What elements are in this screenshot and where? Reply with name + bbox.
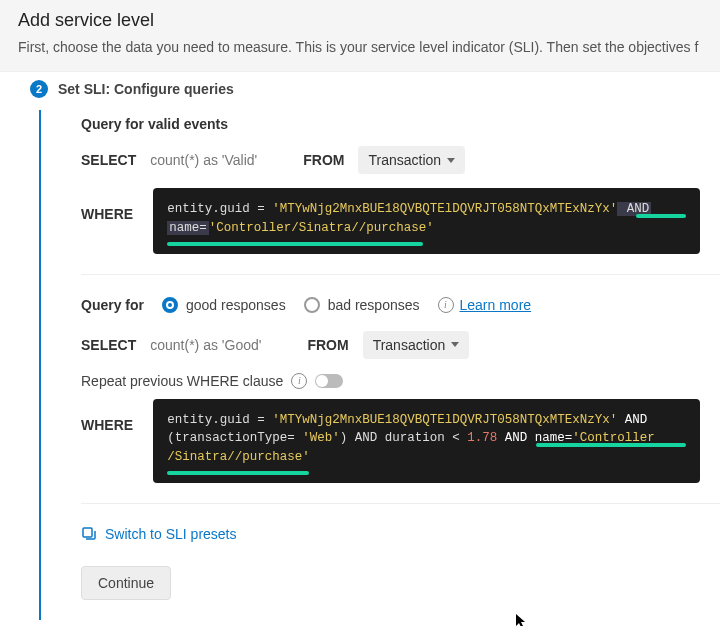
radio-icon (162, 297, 178, 313)
select-keyword: SELECT (81, 152, 136, 168)
good-responses-radio[interactable]: good responses (162, 297, 286, 313)
svg-rect-0 (83, 528, 92, 537)
good-select-row: SELECT count(*) as 'Good' FROM Transacti… (81, 331, 700, 359)
step-label: Set SLI: Configure queries (58, 81, 234, 97)
good-where-row: WHERE entity.guid = 'MTYwNjg2MnxBUE18QVB… (81, 399, 700, 483)
from-keyword: FROM (307, 337, 348, 353)
highlight-bar (167, 471, 309, 475)
good-responses-section: Query for good responses bad responses i… (81, 274, 720, 503)
highlight-bar (636, 214, 686, 218)
good-from-dropdown[interactable]: Transaction (363, 331, 470, 359)
step-header[interactable]: 2 Set SLI: Configure queries (30, 72, 720, 110)
valid-from-dropdown[interactable]: Transaction (358, 146, 465, 174)
valid-select-row: SELECT count(*) as 'Valid' FROM Transact… (81, 146, 700, 174)
where-keyword: WHERE (81, 188, 133, 222)
select-keyword: SELECT (81, 337, 136, 353)
swap-icon (81, 526, 97, 542)
good-where-editor[interactable]: entity.guid = 'MTYwNjg2MnxBUE18QVBQTElDQ… (153, 399, 700, 483)
valid-where-row: WHERE entity.guid = 'MTYwNjg2MnxBUE18QVB… (81, 188, 700, 254)
repeat-where-row: Repeat previous WHERE clause i (81, 373, 700, 389)
page-header: Add service level First, choose the data… (0, 0, 720, 72)
chevron-down-icon (447, 158, 455, 163)
actions-section: Switch to SLI presets Continue (81, 503, 720, 620)
chevron-down-icon (451, 342, 459, 347)
valid-select-expression: count(*) as 'Valid' (150, 152, 257, 168)
info-icon: i (438, 297, 454, 313)
valid-from-value: Transaction (368, 152, 441, 168)
page-title: Add service level (18, 10, 702, 31)
query-for-label: Query for (81, 297, 144, 313)
info-icon: i (291, 373, 307, 389)
continue-button[interactable]: Continue (81, 566, 171, 600)
valid-events-section: Query for valid events SELECT count(*) a… (81, 110, 720, 274)
page-description: First, choose the data you need to measu… (18, 39, 702, 55)
valid-where-editor[interactable]: entity.guid = 'MTYwNjg2MnxBUE18QVBQTElDQ… (153, 188, 700, 254)
switch-presets-link[interactable]: Switch to SLI presets (81, 526, 700, 542)
where-keyword: WHERE (81, 399, 133, 433)
good-select-expression: count(*) as 'Good' (150, 337, 261, 353)
radio-icon (304, 297, 320, 313)
highlight-bar (536, 443, 686, 447)
repeat-where-label: Repeat previous WHERE clause (81, 373, 283, 389)
valid-events-title: Query for valid events (81, 116, 700, 132)
step-number-badge: 2 (30, 80, 48, 98)
repeat-where-toggle[interactable] (315, 374, 343, 388)
from-keyword: FROM (303, 152, 344, 168)
content-area: 2 Set SLI: Configure queries Query for v… (0, 72, 720, 620)
good-from-value: Transaction (373, 337, 446, 353)
highlight-bar (167, 242, 423, 246)
learn-more-link[interactable]: Learn more (460, 297, 532, 313)
bad-responses-radio[interactable]: bad responses (304, 297, 420, 313)
response-type-radio-group: Query for good responses bad responses i… (81, 297, 700, 313)
